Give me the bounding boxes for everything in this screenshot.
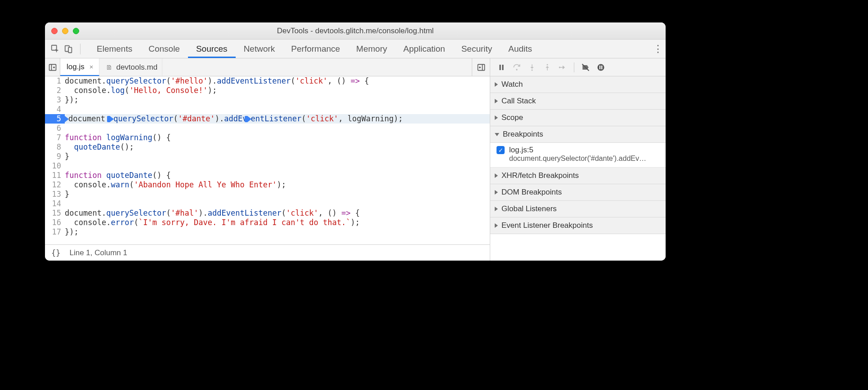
panel-tab-memory[interactable]: Memory (348, 40, 395, 58)
section-breakpoints[interactable]: Breakpoints (490, 126, 666, 143)
section-label: DOM Breakpoints (501, 188, 562, 197)
panel-tab-elements[interactable]: Elements (89, 40, 140, 58)
file-tabs: log.js×🗎devtools.md (45, 58, 490, 76)
panel-tab-network[interactable]: Network (236, 40, 283, 58)
minimize-button[interactable] (62, 28, 68, 34)
svg-rect-12 (600, 65, 601, 69)
line-number[interactable]: 4 (45, 105, 61, 114)
code-line[interactable]: document.querySelector('#dante').addEven… (65, 114, 490, 124)
svg-rect-2 (68, 47, 72, 53)
code-line[interactable] (65, 161, 490, 171)
separator (80, 44, 81, 54)
code-line[interactable] (65, 105, 490, 114)
panel-tab-sources[interactable]: Sources (188, 40, 236, 58)
file-tab[interactable]: log.js× (60, 58, 99, 76)
section-label: Call Stack (501, 97, 536, 106)
more-options-icon[interactable]: ⋮ (653, 43, 666, 55)
step-over-icon[interactable] (510, 61, 523, 74)
code-line[interactable]: console.log('Hello, Console!'); (65, 86, 490, 95)
line-number[interactable]: 3 (45, 95, 61, 105)
panel-tab-security[interactable]: Security (453, 40, 501, 58)
breakpoint-location: log.js:5 (509, 146, 533, 155)
section-dom-breakpoints[interactable]: DOM Breakpoints (490, 184, 666, 201)
svg-point-9 (547, 64, 548, 65)
breakpoint-item[interactable]: ✓ log.js:5 document.querySelector('#dant… (490, 143, 666, 168)
step-icon[interactable] (556, 61, 569, 74)
line-number[interactable]: 11 (45, 171, 61, 180)
line-number[interactable]: 14 (45, 199, 61, 208)
code-line[interactable]: } (65, 152, 490, 161)
line-number[interactable]: 9 (45, 152, 61, 161)
devtools-window: DevTools - devtools.glitch.me/console/lo… (45, 22, 666, 261)
code-line[interactable]: }); (65, 227, 490, 237)
code-line[interactable]: function quoteDante() { (65, 171, 490, 180)
breakpoint-marker[interactable]: 5 (45, 114, 65, 124)
svg-point-11 (598, 64, 604, 71)
panel-tab-audits[interactable]: Audits (500, 40, 540, 58)
cursor-position: Line 1, Column 1 (69, 248, 127, 257)
line-number[interactable]: 7 (45, 133, 61, 142)
close-button[interactable] (51, 28, 58, 34)
inspect-element-icon[interactable] (50, 44, 60, 54)
line-number[interactable]: 10 (45, 161, 61, 171)
panel-tab-performance[interactable]: Performance (283, 40, 348, 58)
line-gutter[interactable]: 1234567891011121314151617 (45, 76, 65, 244)
device-toolbar-icon[interactable] (64, 44, 74, 54)
panel-tab-application[interactable]: Application (395, 40, 453, 58)
line-number[interactable]: 12 (45, 180, 61, 190)
step-into-icon[interactable] (525, 61, 539, 74)
section-call-stack[interactable]: Call Stack (490, 93, 666, 110)
code-line[interactable]: function logWarning() { (65, 133, 490, 142)
deactivate-breakpoints-icon[interactable] (579, 61, 592, 74)
code-line[interactable]: console.error(`I'm sorry, Dave. I'm afra… (65, 218, 490, 227)
code-line[interactable]: }); (65, 95, 490, 105)
line-number[interactable]: 13 (45, 190, 61, 199)
section-label: Watch (501, 80, 523, 89)
code-line[interactable] (65, 124, 490, 133)
file-tab[interactable]: 🗎devtools.md (99, 58, 162, 76)
svg-point-8 (532, 69, 533, 71)
line-number[interactable]: 17 (45, 227, 61, 237)
close-file-icon[interactable]: × (88, 63, 95, 71)
line-number[interactable]: 6 (45, 124, 61, 133)
svg-rect-13 (601, 65, 603, 69)
code-line[interactable]: console.warn('Abandon Hope All Ye Who En… (65, 180, 490, 190)
section-scope[interactable]: Scope (490, 110, 666, 126)
panel-tab-console[interactable]: Console (140, 40, 188, 58)
section-label: Breakpoints (503, 130, 543, 139)
breakpoint-checkbox[interactable]: ✓ (497, 146, 505, 154)
toggle-debugger-sidebar-icon[interactable] (472, 58, 490, 76)
debug-toolbar (490, 58, 666, 76)
line-number[interactable]: 2 (45, 86, 61, 95)
section-global-listeners[interactable]: Global Listeners (490, 201, 666, 217)
code-line[interactable]: document.querySelector('#hal').addEventL… (65, 208, 490, 218)
code-editor[interactable]: 1234567891011121314151617 document.query… (45, 76, 490, 244)
breakpoint-snippet: document.querySelector('#dante').addEv… (497, 155, 661, 163)
section-watch[interactable]: Watch (490, 76, 666, 93)
pause-script-icon[interactable] (495, 61, 508, 74)
titlebar: DevTools - devtools.glitch.me/console/lo… (45, 22, 666, 40)
pause-on-exceptions-icon[interactable] (594, 61, 608, 74)
section-event-listener-breakpoints[interactable]: Event Listener Breakpoints (490, 217, 666, 234)
code-line[interactable]: } (65, 190, 490, 199)
code-line[interactable]: document.querySelector('#hello').addEven… (65, 76, 490, 86)
separator (574, 62, 574, 72)
show-navigator-icon[interactable] (45, 58, 60, 76)
traffic-lights (45, 28, 79, 34)
section-label: XHR/fetch Breakpoints (501, 171, 579, 180)
line-number[interactable]: 16 (45, 218, 61, 227)
maximize-button[interactable] (73, 28, 79, 34)
section-label: Event Listener Breakpoints (501, 221, 593, 230)
code-line[interactable] (65, 199, 490, 208)
line-number[interactable]: 1 (45, 76, 61, 86)
content: log.js×🗎devtools.md 12345678910111213141… (45, 58, 666, 261)
editor-pane: log.js×🗎devtools.md 12345678910111213141… (45, 58, 490, 261)
line-number[interactable]: 15 (45, 208, 61, 218)
line-number[interactable]: 8 (45, 142, 61, 152)
section-xhr-breakpoints[interactable]: XHR/fetch Breakpoints (490, 168, 666, 184)
step-out-icon[interactable] (541, 61, 554, 74)
file-name: devtools.md (116, 63, 157, 72)
code-line[interactable]: quoteDante(); (65, 142, 490, 152)
file-icon: 🗎 (106, 63, 112, 71)
pretty-print-icon[interactable]: {} (51, 248, 60, 257)
